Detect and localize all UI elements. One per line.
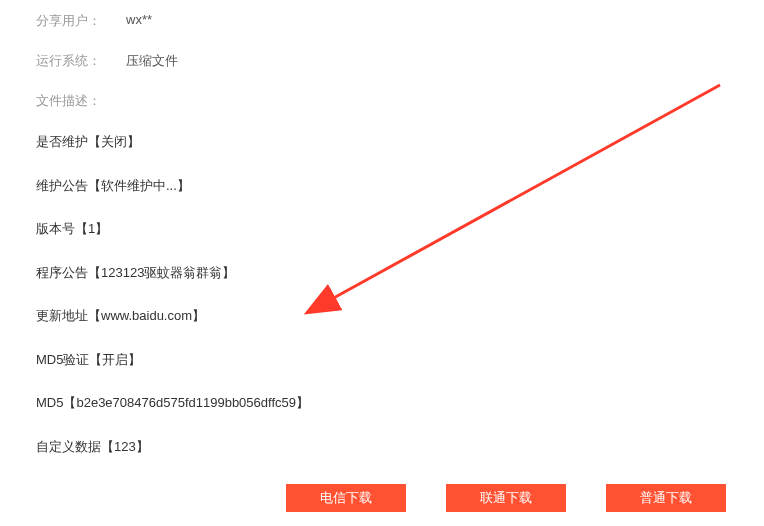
os-row: 运行系统： 压缩文件 [36, 52, 764, 70]
unicom-download-button[interactable]: 联通下载 [446, 484, 566, 512]
description-section: 是否维护【关闭】 维护公告【软件维护中...】 版本号【1】 程序公告【1231… [0, 132, 764, 456]
md5-verify: MD5验证【开启】 [36, 350, 764, 370]
program-notice: 程序公告【123123驱蚊器翁群翁】 [36, 263, 764, 283]
desc-label-row: 文件描述： [36, 92, 764, 110]
share-user-value: wx** [126, 12, 152, 30]
os-value: 压缩文件 [126, 52, 178, 70]
download-bar: 电信下载 联通下载 普通下载 [286, 484, 726, 512]
version-number: 版本号【1】 [36, 219, 764, 239]
desc-label: 文件描述： [36, 92, 126, 110]
meta-section: 分享用户： wx** 运行系统： 压缩文件 文件描述： [0, 0, 764, 110]
maintenance-status: 是否维护【关闭】 [36, 132, 764, 152]
telecom-download-button[interactable]: 电信下载 [286, 484, 406, 512]
os-label: 运行系统： [36, 52, 126, 70]
share-user-label: 分享用户： [36, 12, 126, 30]
share-user-row: 分享用户： wx** [36, 12, 764, 30]
normal-download-button[interactable]: 普通下载 [606, 484, 726, 512]
update-url: 更新地址【www.baidu.com】 [36, 306, 764, 326]
custom-data: 自定义数据【123】 [36, 437, 764, 457]
md5-hash: MD5【b2e3e708476d575fd1199bb056dffc59】 [36, 393, 764, 413]
maintenance-notice: 维护公告【软件维护中...】 [36, 176, 764, 196]
